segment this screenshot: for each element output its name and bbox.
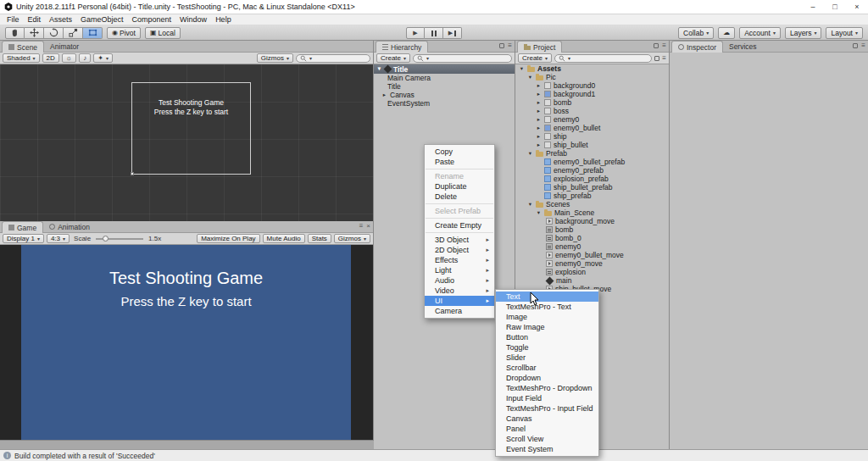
scene-audio-button[interactable]: ♪ bbox=[79, 53, 91, 63]
menu-assets[interactable]: Assets bbox=[45, 15, 76, 24]
layers-dropdown[interactable]: Layers ▾ bbox=[785, 27, 822, 39]
panel-close-icon[interactable]: × bbox=[366, 223, 370, 230]
scale-slider[interactable] bbox=[96, 238, 143, 240]
project-row-prefab[interactable]: ▾ Prefab bbox=[515, 149, 669, 158]
submenu-item-scroll-view[interactable]: Scroll View bbox=[496, 434, 598, 444]
hierarchy-create-dropdown[interactable]: Create ▾ bbox=[376, 53, 410, 63]
submenu-item-panel[interactable]: Panel bbox=[496, 424, 598, 434]
expander-closed-icon[interactable]: ▸ bbox=[536, 100, 542, 106]
project-row[interactable]: ▸boss bbox=[515, 107, 669, 115]
menu-item-delete[interactable]: Delete bbox=[425, 192, 494, 202]
submenu-item-textmeshpro-dropdown[interactable]: TextMeshPro - Dropdown bbox=[496, 383, 598, 393]
rotate-tool-button[interactable] bbox=[44, 27, 64, 39]
layout-dropdown[interactable]: Layout ▾ bbox=[826, 27, 863, 39]
aspect-dropdown[interactable]: 4:3 ▾ bbox=[47, 234, 70, 243]
panel-menu-icon[interactable]: ≡ bbox=[359, 223, 364, 230]
project-row[interactable]: ▸enemy0_bullet bbox=[515, 124, 669, 132]
scale-tool-button[interactable] bbox=[64, 27, 83, 39]
panel-menu-icon[interactable]: ≡ bbox=[662, 54, 666, 62]
menu-item-audio[interactable]: Audio▸ bbox=[425, 275, 494, 286]
panel-menu-icon[interactable]: ≡ bbox=[508, 42, 512, 49]
scene-viewport[interactable]: Test Shooting Game Press the Z key to st… bbox=[0, 64, 373, 221]
submenu-item-dropdown[interactable]: Dropdown bbox=[496, 373, 598, 383]
lock-icon[interactable] bbox=[654, 43, 659, 48]
submenu-item-image[interactable]: Image bbox=[496, 312, 598, 322]
expander-closed-icon[interactable]: ▸ bbox=[536, 134, 542, 140]
expander-open-icon[interactable]: ▾ bbox=[527, 202, 533, 208]
lock-icon[interactable] bbox=[853, 43, 858, 48]
project-row-main-scene[interactable]: ▾ Main_Scene bbox=[515, 208, 669, 217]
project-row[interactable]: ▸ship_bullet bbox=[515, 141, 669, 149]
project-row[interactable]: bomb_0 bbox=[515, 234, 669, 242]
menu-item-duplicate[interactable]: Duplicate bbox=[425, 181, 494, 192]
menu-item-3d-object[interactable]: 3D Object▸ bbox=[425, 235, 494, 245]
local-toggle-button[interactable]: ▣ Local bbox=[145, 27, 181, 39]
close-button[interactable]: × bbox=[846, 0, 868, 14]
scene-gizmos-dropdown[interactable]: Gizmos ▾ bbox=[257, 53, 293, 63]
display-dropdown[interactable]: Display 1 ▾ bbox=[3, 234, 44, 243]
scene-search-input[interactable]: ▾ bbox=[296, 54, 370, 63]
project-row-scenes[interactable]: ▾ Scenes bbox=[515, 200, 669, 208]
project-row[interactable]: ▸background1 bbox=[515, 90, 669, 98]
expander-closed-icon[interactable]: ▸ bbox=[536, 125, 542, 131]
scene-effects-dropdown[interactable]: ✦ ▾ bbox=[93, 53, 113, 63]
project-row[interactable]: enemy0 bbox=[515, 242, 669, 251]
step-button[interactable]: ▶ bbox=[443, 27, 462, 39]
mute-audio-button[interactable]: Mute Audio bbox=[263, 234, 305, 243]
menu-item-effects[interactable]: Effects▸ bbox=[425, 255, 494, 265]
hierarchy-item-main-camera[interactable]: Main Camera bbox=[374, 74, 515, 82]
expander-closed-icon[interactable]: ▸ bbox=[536, 142, 542, 148]
submenu-item-toggle[interactable]: Toggle bbox=[496, 342, 598, 353]
menu-item-copy[interactable]: Copy bbox=[425, 147, 494, 157]
pause-button[interactable] bbox=[425, 27, 443, 39]
project-row[interactable]: main bbox=[515, 276, 669, 285]
menu-item-create-empty[interactable]: Create Empty bbox=[425, 220, 494, 230]
expander-open-icon[interactable]: ▾ bbox=[527, 151, 533, 157]
menu-item-light[interactable]: Light▸ bbox=[425, 265, 494, 275]
submenu-item-slider[interactable]: Slider bbox=[496, 353, 598, 363]
project-row[interactable]: explosion_prefab bbox=[515, 175, 669, 183]
game-viewport[interactable]: Test Shooting Game Press the Z key to st… bbox=[0, 245, 373, 440]
stats-button[interactable]: Stats bbox=[308, 234, 331, 243]
project-row[interactable]: bomb bbox=[515, 225, 669, 234]
tab-scene[interactable]: Scene bbox=[2, 41, 44, 53]
submenu-item-input-field[interactable]: Input Field bbox=[496, 393, 598, 403]
hierarchy-item-title[interactable]: Title bbox=[374, 82, 515, 91]
tab-project[interactable]: Project bbox=[517, 41, 562, 53]
expander-closed-icon[interactable]: ▸ bbox=[381, 92, 387, 98]
rect-handle[interactable] bbox=[131, 172, 134, 175]
play-button[interactable]: ▶ bbox=[406, 27, 425, 39]
project-row[interactable]: enemy0_move bbox=[515, 259, 669, 268]
menu-item-2d-object[interactable]: 2D Object▸ bbox=[425, 245, 494, 255]
menu-edit[interactable]: Edit bbox=[24, 15, 46, 24]
submenu-item-scrollbar[interactable]: Scrollbar bbox=[496, 363, 598, 373]
project-search-input[interactable]: ▾ bbox=[554, 54, 652, 63]
tab-animation[interactable]: Animation bbox=[43, 221, 96, 232]
project-row[interactable]: background_move bbox=[515, 217, 669, 225]
rect-tool-button[interactable] bbox=[83, 27, 103, 39]
hierarchy-item-eventsystem[interactable]: EventSystem bbox=[374, 99, 515, 108]
project-row[interactable]: ▸bomb bbox=[515, 98, 669, 107]
menu-component[interactable]: Component bbox=[128, 15, 176, 24]
submenu-item-event-system[interactable]: Event System bbox=[496, 444, 598, 454]
project-create-dropdown[interactable]: Create ▾ bbox=[518, 53, 552, 63]
scene-lighting-button[interactable]: ☼ bbox=[62, 53, 76, 63]
menu-item-camera[interactable]: Camera bbox=[425, 306, 494, 316]
submenu-item-raw-image[interactable]: Raw Image bbox=[496, 322, 598, 332]
menu-item-paste[interactable]: Paste bbox=[425, 157, 494, 167]
scale-slider-thumb[interactable] bbox=[103, 236, 108, 242]
expander-closed-icon[interactable]: ▸ bbox=[536, 83, 542, 89]
hand-tool-button[interactable] bbox=[5, 27, 25, 39]
menu-window[interactable]: Window bbox=[175, 15, 211, 24]
project-row-pic[interactable]: ▾ Pic bbox=[515, 73, 669, 81]
minimize-button[interactable]: – bbox=[802, 0, 824, 14]
project-row[interactable]: enemy0_bullet_prefab bbox=[515, 158, 669, 166]
submenu-item-button[interactable]: Button bbox=[496, 332, 598, 342]
project-row[interactable]: enemy0_bullet_move bbox=[515, 251, 669, 259]
expander-closed-icon[interactable]: ▸ bbox=[536, 92, 542, 97]
project-row[interactable]: enemy0_prefab bbox=[515, 166, 669, 175]
menu-gameobject[interactable]: GameObject bbox=[76, 15, 128, 24]
project-row[interactable]: ship_bullet_prefab bbox=[515, 183, 669, 192]
expander-closed-icon[interactable]: ▸ bbox=[536, 108, 542, 114]
project-row-assets[interactable]: ▾ Assets bbox=[515, 64, 669, 73]
